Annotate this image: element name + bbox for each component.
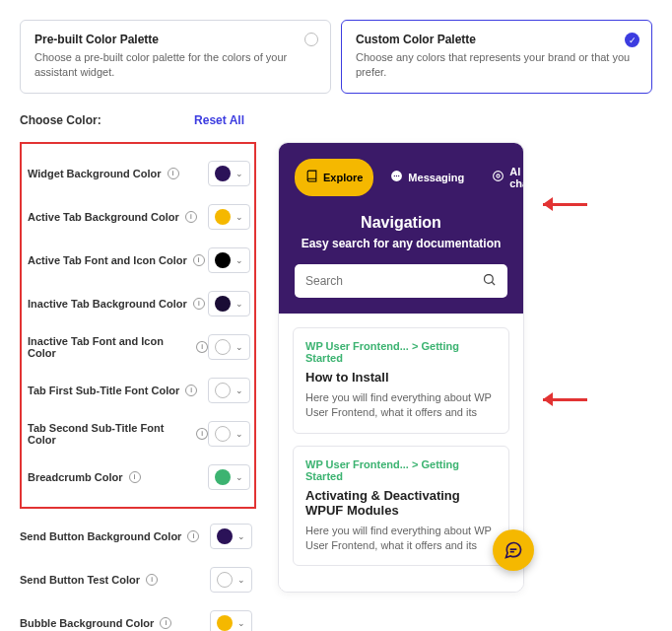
custom-palette-card[interactable]: Custom Color Palette Choose any colors t…: [341, 20, 652, 94]
color-list: Widget Background Colori⌄Active Tab Back…: [20, 142, 256, 631]
card-title: Pre-built Color Palette: [34, 33, 316, 46]
color-picker-button[interactable]: ⌄: [210, 524, 252, 549]
result-title: How to Install: [305, 370, 497, 385]
result-desc: Here you will find everything about WP U…: [305, 524, 497, 554]
chevron-down-icon: ⌄: [235, 169, 243, 178]
color-item-label: Send Button Test Colori: [20, 574, 158, 586]
color-item: Widget Background Colori⌄: [28, 152, 254, 195]
color-item-label: Active Tab Font and Icon Colori: [28, 254, 205, 266]
prebuilt-palette-card[interactable]: Pre-built Color Palette Choose a pre-bui…: [20, 20, 331, 94]
card-title: Custom Color Palette: [356, 33, 638, 46]
color-item-label: Send Button Background Colori: [20, 530, 199, 542]
color-picker-button[interactable]: ⌄: [208, 334, 250, 360]
info-icon[interactable]: i: [185, 385, 197, 396]
tab-label: Messaging: [408, 172, 464, 183]
breadcrumb: WP User Frontend... > Getting Started: [305, 458, 497, 482]
color-item: Inactive Tab Font and Icon Colori⌄: [28, 325, 254, 369]
svg-line-7: [492, 282, 495, 285]
chat-icon: [504, 540, 523, 560]
choose-color-label: Choose Color:: [20, 113, 101, 127]
color-swatch: [217, 528, 233, 544]
color-swatch: [215, 252, 231, 268]
chevron-down-icon: ⌄: [235, 429, 243, 439]
chevron-down-icon: ⌄: [235, 342, 243, 352]
widget-preview: Explore Messaging AI chat Navigation Eas…: [278, 142, 524, 594]
tab-label: AI chat: [509, 166, 524, 189]
color-picker-button[interactable]: ⌄: [208, 421, 250, 447]
info-icon[interactable]: i: [168, 168, 179, 179]
color-swatch: [217, 615, 233, 631]
search-box[interactable]: [295, 264, 507, 298]
explore-icon: [305, 170, 318, 184]
info-icon[interactable]: i: [129, 471, 141, 483]
card-desc: Choose any colors that represents your b…: [356, 50, 638, 81]
color-item: Bubble Background Colori⌄: [20, 601, 256, 631]
color-swatch: [215, 166, 231, 181]
color-item: Tab Second Sub-Title Font Colori⌄: [28, 412, 254, 456]
color-picker-button[interactable]: ⌄: [208, 464, 250, 490]
highlight-box: Widget Background Colori⌄Active Tab Back…: [20, 142, 256, 509]
color-picker-button[interactable]: ⌄: [208, 247, 250, 273]
card-desc: Choose a pre-built color palette for the…: [34, 50, 316, 81]
arrow-icon: [543, 394, 587, 404]
info-icon[interactable]: i: [160, 617, 171, 629]
color-picker-button[interactable]: ⌄: [210, 610, 252, 631]
color-picker-button[interactable]: ⌄: [208, 291, 250, 316]
color-swatch: [215, 469, 231, 485]
color-swatch: [215, 339, 231, 355]
info-icon[interactable]: i: [193, 254, 205, 266]
color-picker-button[interactable]: ⌄: [208, 161, 250, 186]
color-item: Inactive Tab Background Colori⌄: [28, 282, 254, 325]
info-icon[interactable]: i: [196, 341, 208, 353]
svg-point-4: [494, 172, 504, 181]
color-item-label: Tab First Sub-Title Font Colori: [28, 385, 197, 396]
svg-point-1: [394, 175, 395, 176]
svg-point-2: [396, 175, 397, 176]
result-desc: Here you will find everything about WP U…: [305, 390, 497, 421]
info-icon[interactable]: i: [196, 428, 208, 440]
chevron-down-icon: ⌄: [237, 618, 245, 628]
aichat-icon: [492, 170, 504, 184]
tab-explore[interactable]: Explore: [295, 159, 373, 196]
result-title: Activating & Deactivating WPUF Modules: [305, 488, 497, 518]
color-swatch: [215, 209, 231, 225]
color-item-label: Bubble Background Colori: [20, 617, 171, 629]
messaging-icon: [390, 170, 403, 184]
color-item-label: Active Tab Background Colori: [28, 211, 197, 223]
reset-all-button[interactable]: Reset All: [194, 113, 244, 127]
color-item: Tab First Sub-Title Font Colori⌄: [28, 369, 254, 412]
info-icon[interactable]: i: [193, 298, 205, 310]
svg-point-5: [497, 175, 500, 177]
color-item-label: Inactive Tab Background Colori: [28, 298, 205, 310]
result-card[interactable]: WP User Frontend... > Getting StartedHow…: [293, 327, 509, 434]
check-icon: ✓: [625, 33, 639, 47]
chevron-down-icon: ⌄: [237, 575, 245, 585]
color-picker-button[interactable]: ⌄: [208, 204, 250, 230]
svg-point-3: [398, 175, 399, 176]
result-card[interactable]: WP User Frontend... > Getting StartedAct…: [293, 446, 509, 567]
color-item-label: Inactive Tab Font and Icon Colori: [28, 335, 208, 359]
chevron-down-icon: ⌄: [237, 531, 245, 541]
tab-aichat[interactable]: AI chat: [481, 159, 524, 196]
color-item: Send Button Test Colori⌄: [20, 558, 256, 601]
chevron-down-icon: ⌄: [235, 255, 243, 265]
color-item-label: Tab Second Sub-Title Font Colori: [28, 422, 208, 446]
bubble-button[interactable]: [493, 529, 534, 571]
color-swatch: [215, 296, 231, 312]
chevron-down-icon: ⌄: [235, 299, 243, 309]
chevron-down-icon: ⌄: [235, 472, 243, 482]
tab-messaging[interactable]: Messaging: [379, 159, 475, 196]
color-item: Active Tab Font and Icon Colori⌄: [28, 239, 254, 282]
tab-label: Explore: [323, 172, 363, 183]
radio-icon: [304, 33, 318, 46]
info-icon[interactable]: i: [187, 530, 199, 542]
color-item: Breadcrumb Colori⌄: [28, 456, 254, 499]
search-input[interactable]: [305, 274, 482, 288]
color-item-label: Widget Background Colori: [28, 168, 179, 179]
color-picker-button[interactable]: ⌄: [208, 378, 250, 403]
info-icon[interactable]: i: [185, 211, 197, 223]
arrow-icon: [543, 199, 587, 209]
info-icon[interactable]: i: [146, 574, 158, 586]
color-picker-button[interactable]: ⌄: [210, 567, 252, 593]
preview-subtitle: Easy search for any documentation: [295, 237, 507, 250]
